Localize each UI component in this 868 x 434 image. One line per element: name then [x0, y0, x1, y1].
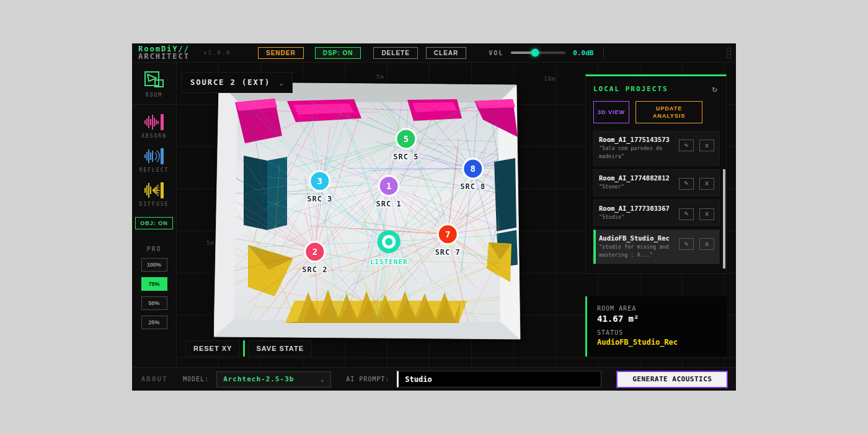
projects-header: LOCAL PROJECTS ↻	[593, 84, 720, 94]
model-dropdown[interactable]: Archtech-2.5-3b ⌄	[216, 371, 331, 388]
delete-project-button[interactable]: X	[699, 140, 714, 151]
zoom-75-button[interactable]: 75%	[141, 277, 167, 291]
reset-xy-button[interactable]: RESET XY	[185, 340, 240, 356]
project-description: "studio for mixing and mastering : A..."	[599, 243, 676, 259]
sidebar-item-reflect[interactable]: REFLECT	[140, 148, 169, 173]
project-name: Room_AI_1775143573	[599, 136, 676, 143]
bottom-toolbar: ABOUT MODEL: Archtech-2.5-3b ⌄ AI PROMPT…	[132, 367, 736, 391]
projects-scrollbar[interactable]	[723, 169, 725, 268]
room-3d-view[interactable]: 5SRC 58SRC 83SRC 31SRC 12SRC 27SRC 7LIST…	[214, 82, 521, 340]
project-description: "Studio"	[599, 213, 676, 221]
projects-title: LOCAL PROJECTS	[593, 85, 668, 93]
dsp-toggle-button[interactable]: DSP: ON	[315, 47, 361, 59]
zoom-50-button[interactable]: 50%	[141, 296, 167, 310]
sender-button[interactable]: SENDER	[258, 47, 304, 59]
svg-text:1: 1	[386, 181, 391, 191]
absorb-waveform-icon	[144, 113, 164, 131]
zoom-25-button[interactable]: 25%	[141, 316, 167, 329]
window-square-icon[interactable]	[727, 48, 731, 52]
zoom-100-button[interactable]: 100%	[141, 258, 167, 272]
clear-button[interactable]: CLEAR	[426, 47, 466, 59]
edit-project-button[interactable]: ✎	[679, 140, 694, 151]
project-list-item-selected[interactable]: AudioFB_Studio_Rec "studio for mixing an…	[593, 229, 720, 264]
edit-project-button[interactable]: ✎	[679, 208, 694, 220]
pro-label: PRO	[146, 246, 161, 252]
window-square-icon[interactable]	[727, 54, 731, 58]
model-dropdown-value: Archtech-2.5-3b	[223, 375, 294, 383]
room-area-label: ROOM AREA	[597, 305, 727, 312]
source-selector-value: SOURCE 2 (EXT)	[190, 78, 270, 87]
listener-label: LISTENER	[370, 258, 408, 266]
room-area-value: 41.67 m²	[597, 314, 727, 324]
edit-project-button[interactable]: ✎	[679, 238, 694, 250]
room-left-wall	[214, 82, 237, 337]
project-description: "Sala com paredes de madeira"	[599, 144, 676, 161]
chevron-down-icon: ⌄	[321, 375, 325, 383]
toolbar-divider	[603, 47, 604, 58]
status-label: STATUS	[597, 329, 727, 336]
source-label: SRC 8	[460, 182, 485, 191]
source-label: SRC 7	[435, 248, 461, 257]
update-analysis-button[interactable]: UPDATE ANALYSIS	[636, 101, 702, 123]
generate-acoustics-button[interactable]: GENERATE ACOUSTICS	[616, 371, 728, 388]
delete-project-button[interactable]: X	[699, 178, 714, 190]
model-label: MODEL:	[183, 376, 209, 383]
canvas-bottom-buttons: RESET XY SAVE STATE	[185, 340, 312, 356]
volume-slider-knob[interactable]	[531, 49, 539, 57]
top-toolbar: RoomDiY// ARCHITECT v1.0.6 SENDER DSP: O…	[132, 43, 736, 63]
source-label: SRC 3	[307, 195, 332, 203]
sidebar-item-label: DIFFUSE	[140, 202, 169, 207]
room-info-panel: ROOM AREA 41.67 m² STATUS AudioFB_Studio…	[585, 296, 727, 356]
sidebar-item-diffuse[interactable]: DIFFUSE	[140, 182, 169, 207]
diffuse-waveform-icon	[144, 182, 164, 199]
reflect-waveform-icon	[144, 148, 164, 165]
project-description: "Stoner"	[599, 183, 676, 191]
ai-prompt-label: AI PROMPT:	[346, 376, 389, 383]
app-title-line2: ARCHITECT	[138, 53, 190, 60]
left-sidebar: ROOM ABSORB	[132, 63, 177, 367]
project-list-item[interactable]: Room_AI_1775143573 "Sala com paredes de …	[593, 131, 720, 166]
volume-value: 0.0dB	[573, 49, 593, 57]
chevron-down-icon: ⌄	[279, 79, 283, 87]
ruler-10m-top: 10m	[544, 76, 556, 82]
volume-slider[interactable]	[511, 51, 565, 54]
project-list-item[interactable]: Room_AI_1777303367 "Studio" ✎ X	[593, 200, 720, 226]
save-state-button[interactable]: SAVE STATE	[248, 340, 312, 356]
svg-text:2: 2	[312, 247, 317, 257]
sidebar-item-absorb[interactable]: ABSORB	[141, 113, 167, 139]
sidebar-item-label: ABSORB	[141, 133, 167, 139]
room-icon	[143, 69, 166, 90]
delete-button[interactable]: DELETE	[373, 47, 417, 59]
projects-list: Room_AI_1775143573 "Sala com paredes de …	[593, 131, 720, 264]
status-value: AudioFB_Studio_Rec	[597, 338, 727, 347]
local-projects-panel: LOCAL PROJECTS ↻ 3D VIEW UPDATE ANALYSIS…	[585, 74, 727, 274]
edit-project-button[interactable]: ✎	[679, 178, 694, 190]
about-link[interactable]: ABOUT	[132, 375, 177, 383]
window-controls	[727, 48, 731, 58]
green-separator	[243, 340, 245, 356]
volume-label: VOL	[489, 50, 503, 56]
project-list-item[interactable]: Room_AI_1774882812 "Stoner" ✎ X	[593, 169, 720, 196]
ai-prompt-input[interactable]	[397, 371, 601, 388]
delete-project-button[interactable]: X	[699, 238, 714, 250]
source-label: SRC 2	[302, 265, 327, 274]
source-label: SRC 1	[376, 200, 402, 208]
objects-toggle-button[interactable]: OBJ: ON	[135, 217, 173, 229]
svg-text:3: 3	[317, 176, 322, 186]
sidebar-item-label: REFLECT	[140, 167, 169, 173]
3d-view-button[interactable]: 3D VIEW	[593, 101, 629, 123]
svg-text:7: 7	[445, 229, 450, 239]
ruler-5m-top: 5m	[376, 74, 384, 80]
room-svg: 5SRC 58SRC 83SRC 31SRC 12SRC 27SRC 7LIST…	[214, 82, 521, 340]
app-logo: RoomDiY// ARCHITECT	[138, 45, 190, 60]
refresh-icon[interactable]: ↻	[712, 84, 717, 94]
svg-text:5: 5	[404, 134, 409, 144]
project-name: Room_AI_1774882812	[599, 174, 676, 182]
svg-text:8: 8	[471, 164, 476, 174]
sidebar-item-room[interactable]: ROOM	[132, 69, 176, 105]
ruler-5m-left: 5m	[206, 240, 215, 246]
delete-project-button[interactable]: X	[699, 208, 714, 220]
version-label: v1.0.6	[203, 50, 241, 56]
project-name: Room_AI_1777303367	[599, 205, 676, 212]
source-selector-dropdown[interactable]: SOURCE 2 (EXT) ⌄	[181, 72, 293, 93]
